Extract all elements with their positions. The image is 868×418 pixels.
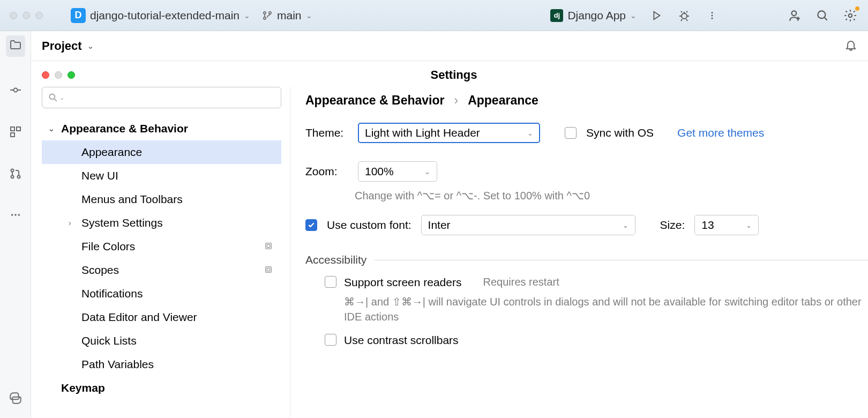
tree-node-appearance[interactable]: Appearance (42, 140, 281, 164)
chevron-down-icon: ⌄ (527, 129, 533, 137)
structure-tool-button[interactable] (9, 125, 22, 140)
play-icon (650, 10, 662, 21)
structure-icon (9, 125, 22, 138)
window-close-dot[interactable] (10, 12, 17, 19)
chevron-down-icon: ⌄ (59, 94, 64, 101)
svg-point-7 (712, 17, 713, 19)
dialog-close-button[interactable] (42, 71, 49, 79)
vcs-branch-selector[interactable]: main ⌄ (262, 9, 312, 22)
contrast-scrollbars-label: Use contrast scrollbars (344, 334, 459, 347)
zoom-dropdown[interactable]: 100% ⌄ (358, 161, 437, 182)
chevron-down-icon: ⌄ (306, 11, 312, 20)
theme-label: Theme: (305, 126, 348, 139)
search-everywhere-button[interactable] (814, 8, 830, 24)
project-tool-button[interactable] (6, 35, 25, 57)
chevron-right-icon: › (69, 219, 76, 227)
debug-button[interactable] (676, 8, 692, 24)
commit-tool-button[interactable] (9, 84, 22, 99)
chevron-down-icon: ⌄ (623, 221, 628, 229)
tree-node-path-variables[interactable]: Path Variables (42, 353, 281, 376)
dialog-minimize-button[interactable] (55, 71, 62, 79)
theme-dropdown[interactable]: Light with Light Header ⌄ (358, 123, 540, 143)
search-icon (48, 92, 58, 103)
svg-point-16 (11, 176, 13, 178)
python-console-tool-button[interactable] (9, 391, 23, 407)
tree-label: Notifications (81, 287, 143, 300)
run-button[interactable] (648, 8, 664, 24)
svg-rect-14 (11, 133, 14, 137)
custom-font-label: Use custom font: (327, 219, 411, 232)
pull-request-icon (9, 167, 22, 180)
settings-tree-panel: ⌄ ⌄ Appearance & Behavior Appearance New… (33, 87, 290, 418)
tree-label: Keymap (61, 382, 105, 394)
get-more-themes-link[interactable]: Get more themes (677, 126, 764, 139)
svg-rect-23 (267, 244, 270, 247)
left-tool-rail (0, 31, 31, 418)
svg-point-17 (17, 176, 20, 178)
settings-search-field[interactable] (64, 92, 275, 103)
svg-point-20 (18, 214, 20, 216)
tree-label: Quick Lists (81, 334, 137, 347)
section-label: Accessibility (305, 253, 366, 266)
settings-search-input[interactable]: ⌄ (42, 87, 281, 108)
svg-marker-3 (654, 11, 660, 19)
font-size-dropdown[interactable]: 13 ⌄ (694, 215, 759, 235)
project-selector[interactable]: D django-tutorial-extended-main ⌄ (71, 8, 250, 23)
tree-node-keymap[interactable]: Keymap (42, 376, 281, 400)
tree-node-quick-lists[interactable]: Quick Lists (42, 329, 281, 353)
chevron-down-icon: ⌄ (87, 42, 94, 50)
notifications-button[interactable] (844, 39, 857, 54)
code-with-me-button[interactable] (787, 8, 803, 24)
tree-label: File Colors (81, 240, 135, 253)
requires-restart-hint: Requires restart (483, 276, 559, 288)
divider (374, 260, 868, 260)
bell-icon (844, 39, 857, 51)
breadcrumb-item: Appearance (468, 93, 538, 108)
tree-node-file-colors[interactable]: File Colors (42, 235, 281, 258)
font-dropdown[interactable]: Inter ⌄ (421, 215, 635, 235)
settings-content: Appearance & Behavior › Appearance Theme… (290, 87, 868, 418)
more-tools-button[interactable] (10, 209, 21, 223)
tree-node-notifications[interactable]: Notifications (42, 282, 281, 305)
window-min-dot[interactable] (23, 12, 30, 19)
tree-node-scopes[interactable]: Scopes (42, 258, 281, 282)
contrast-scrollbars-checkbox[interactable] (325, 334, 336, 346)
tree-node-data-editor[interactable]: Data Editor and Viewer (42, 305, 281, 329)
search-icon (815, 9, 829, 23)
django-icon: dj (550, 9, 563, 22)
project-scope-icon (264, 264, 273, 277)
svg-point-11 (13, 88, 17, 92)
project-view-label: Project (42, 39, 82, 53)
screen-readers-label: Support screen readers (344, 276, 461, 289)
window-max-dot[interactable] (35, 12, 43, 19)
tree-label: Appearance & Behavior (61, 122, 188, 135)
settings-button[interactable] (842, 8, 858, 24)
svg-point-19 (14, 214, 17, 216)
tree-node-appearance-behavior[interactable]: ⌄ Appearance & Behavior (42, 117, 281, 140)
more-actions-button[interactable] (704, 8, 720, 24)
main-toolbar: D django-tutorial-extended-main ⌄ main ⌄… (0, 0, 868, 31)
project-view-dropdown[interactable]: Project ⌄ (42, 39, 94, 53)
sync-os-checkbox[interactable] (565, 127, 577, 139)
tree-node-menus-toolbars[interactable]: Menus and Toolbars (42, 188, 281, 211)
person-add-icon (788, 9, 802, 23)
zoom-label: Zoom: (305, 165, 348, 178)
chevron-down-icon: ⌄ (424, 168, 430, 176)
chevron-down-icon: ⌄ (244, 11, 250, 20)
check-icon (308, 221, 315, 229)
gear-icon (843, 9, 857, 23)
run-config-selector[interactable]: dj Django App ⌄ (550, 9, 637, 22)
screen-readers-description: ⌘→| and ⇧⌘→| will navigate UI controls i… (344, 294, 868, 324)
accessibility-section-header: Accessibility (305, 253, 868, 266)
svg-point-9 (818, 11, 825, 18)
svg-rect-24 (266, 267, 272, 273)
tree-label: Scopes (81, 264, 119, 277)
tree-node-system-settings[interactable]: › System Settings (42, 211, 281, 235)
tree-node-new-ui[interactable]: New UI (42, 164, 281, 188)
size-label: Size: (660, 219, 685, 232)
screen-readers-checkbox[interactable] (325, 276, 336, 288)
dialog-zoom-button[interactable] (68, 71, 75, 79)
chevron-right-icon: › (454, 93, 458, 108)
custom-font-checkbox[interactable] (305, 219, 317, 231)
pull-requests-tool-button[interactable] (9, 167, 22, 182)
